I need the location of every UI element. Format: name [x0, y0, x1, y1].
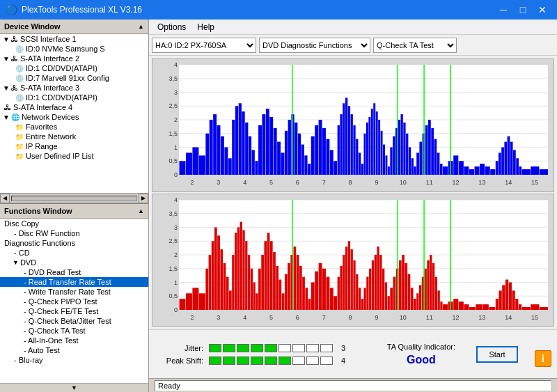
meter-cell	[265, 356, 277, 365]
meter-cell	[306, 344, 319, 352]
func-tree-label: - CD	[14, 249, 30, 257]
func-tree-item[interactable]: - All-In-One Test	[0, 336, 148, 345]
device-window-title: Device Window	[4, 22, 61, 31]
start-button[interactable]: Start	[476, 346, 518, 363]
func-tree-item[interactable]: - Auto Test	[0, 345, 148, 355]
hscroll-track[interactable]	[11, 196, 137, 201]
functions-window: Functions Window ▲ Disc Copy- Disc RW Fu…	[0, 204, 148, 392]
drive-select[interactable]: HA:0 ID:2 PX-760SA	[152, 38, 256, 53]
toolbar: HA:0 ID:2 PX-760SA DVD Diagnostic Functi…	[149, 35, 557, 56]
device-tree-item[interactable]: ▼🖧S-ATA Interface 3	[0, 83, 148, 93]
title-bar: 🔵 PlexTools Professional XL V3.16 ─ □ ✕	[0, 0, 557, 19]
minimize-button[interactable]: ─	[494, 3, 512, 17]
test-select[interactable]: Q-Check TA Test	[373, 38, 457, 53]
functions-window-header: Functions Window ▲	[0, 204, 148, 219]
function-select[interactable]: DVD Diagnostic Functions	[259, 38, 370, 53]
charts-area	[149, 56, 557, 329]
status-bar: Ready	[149, 378, 557, 392]
jitter-label: Jitter:	[155, 344, 203, 352]
meter-cell	[265, 344, 277, 352]
app-icon: 🔵	[6, 4, 17, 15]
func-tree-item[interactable]: Diagnostic Functions	[0, 238, 148, 248]
hscroll-right[interactable]: ▶	[139, 194, 148, 203]
right-panel: Options Help HA:0 ID:2 PX-760SA DVD Diag…	[149, 19, 557, 392]
func-tree-label: - Read Transfer Rate Test	[24, 278, 111, 286]
func-tree-item[interactable]: - DVD Read Test	[0, 267, 148, 277]
func-tree-item[interactable]: - Q-Check FE/TE Test	[0, 306, 148, 316]
meter-cell	[237, 344, 249, 352]
window-controls: ─ □ ✕	[494, 3, 551, 17]
func-tree-label: - Auto Test	[24, 346, 60, 354]
jitter-value: 3	[341, 344, 345, 352]
menu-options[interactable]: Options	[152, 21, 191, 33]
meter-cell	[278, 344, 291, 352]
meter-cell	[320, 356, 333, 365]
device-tree-item[interactable]: ▼🌐Network Devices	[0, 112, 148, 122]
info-button[interactable]: i	[535, 350, 551, 367]
device-tree-item[interactable]: ▼🖧S-ATA Interface 2	[0, 54, 148, 63]
device-tree-scroll[interactable]: ▼🖧SCSI Interface 1 💿ID:0 NVMe Samsung S▼…	[0, 34, 148, 193]
maximize-button[interactable]: □	[514, 3, 532, 17]
peakshift-meter	[209, 356, 333, 365]
bottom-chart	[152, 194, 554, 327]
func-tree-label: - DVD Read Test	[24, 268, 81, 276]
device-tree-item[interactable]: 💿ID:0 NVMe Samsung S	[0, 44, 148, 54]
functions-scroll-down[interactable]: ▼	[0, 383, 148, 392]
meter-cell	[320, 344, 333, 352]
device-tree-item[interactable]: 📁Favorites	[0, 122, 148, 132]
menu-bar: Options Help	[149, 19, 557, 35]
main-container: Device Window ▲ ▼🖧SCSI Interface 1 💿ID:0…	[0, 19, 557, 392]
device-tree-item[interactable]: 📁User Defined IP List	[0, 151, 148, 161]
func-tree-item[interactable]: - Blu-ray	[0, 355, 148, 365]
func-tree-item[interactable]: Disc Copy	[0, 219, 148, 228]
device-tree-item[interactable]: 🖧S-ATA Interface 4	[0, 102, 148, 112]
device-tree-label: SCSI Interface 1	[20, 35, 77, 43]
hscroll-left[interactable]: ◀	[0, 194, 10, 203]
top-chart-canvas	[152, 59, 554, 191]
ta-quality-label: TA Quality Indicator:	[387, 343, 455, 351]
func-tree-label: Disc Copy	[4, 219, 39, 228]
meter-cell	[223, 356, 235, 365]
ta-quality: TA Quality Indicator: Good	[387, 343, 455, 366]
meter-cell	[251, 356, 263, 365]
func-tree-item[interactable]: - Disc RW Function	[0, 228, 148, 238]
meter-cell	[251, 344, 263, 352]
device-window-arrow: ▲	[138, 23, 144, 30]
device-tree-label: IP Range	[26, 142, 58, 150]
meter-cell	[223, 344, 235, 352]
meter-cell	[292, 344, 305, 352]
device-tree-item[interactable]: 💿ID:1 CD/DVD(ATAPI)	[0, 93, 148, 102]
device-tree-label: ID:1 CD/DVD(ATAPI)	[26, 64, 97, 72]
func-tree-label: - Blu-ray	[14, 356, 43, 364]
func-tree-label: - Disc RW Function	[14, 229, 80, 237]
ta-quality-value: Good	[407, 354, 436, 366]
func-tree-item[interactable]: - Q-Check Beta/Jitter Test	[0, 316, 148, 326]
device-tree-item[interactable]: 📁IP Range	[0, 141, 148, 151]
peakshift-row: Peak Shift: 4	[155, 356, 373, 365]
close-button[interactable]: ✕	[533, 3, 551, 17]
functions-tree-scroll[interactable]: Disc Copy- Disc RW FunctionDiagnostic Fu…	[0, 219, 148, 383]
device-tree-item[interactable]: 💿ID:7 Marvell 91xx Config	[0, 73, 148, 83]
meter-cell	[278, 356, 291, 365]
info-metrics: Jitter: 3 Peak Shift: 4	[155, 344, 373, 365]
device-tree-label: User Defined IP List	[26, 152, 94, 160]
device-window: Device Window ▲ ▼🖧SCSI Interface 1 💿ID:0…	[0, 19, 148, 204]
func-tree-item[interactable]: - Q-Check PI/PO Test	[0, 297, 148, 306]
func-tree-item[interactable]: - Read Transfer Rate Test	[0, 277, 148, 287]
func-tree-label: - Write Transfer Rate Test	[24, 288, 111, 296]
func-tree-item[interactable]: - Write Transfer Rate Test	[0, 287, 148, 297]
jitter-row: Jitter: 3	[155, 344, 373, 352]
bottom-info: Jitter: 3 Peak Shift: 4 TA Quality Indic…	[149, 329, 557, 378]
func-tree-item[interactable]: ▼DVD	[0, 258, 148, 267]
func-tree-item[interactable]: - Q-Check TA Test	[0, 326, 148, 336]
func-tree-item[interactable]: - CD	[0, 248, 148, 258]
status-text: Ready	[155, 380, 551, 391]
bottom-chart-canvas	[152, 194, 554, 327]
func-tree-label: - Q-Check FE/TE Test	[24, 307, 98, 315]
device-tree-item[interactable]: 💿ID:1 CD/DVD(ATAPI)	[0, 63, 148, 73]
meter-cell	[306, 356, 319, 365]
device-tree-item[interactable]: ▼🖧SCSI Interface 1	[0, 34, 148, 44]
device-tree-item[interactable]: 📁Entire Network	[0, 132, 148, 141]
menu-help[interactable]: Help	[191, 21, 220, 33]
meter-cell	[209, 344, 221, 352]
